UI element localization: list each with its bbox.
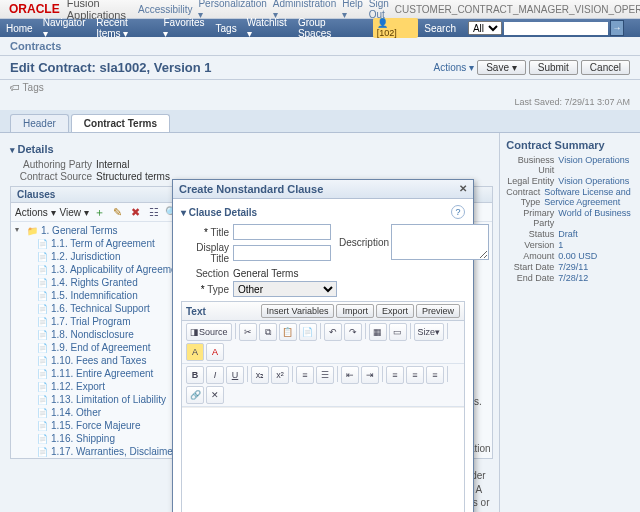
close-icon[interactable]: ✕ xyxy=(459,183,467,195)
menu-watchlist[interactable]: Watchlist ▾ xyxy=(247,17,288,39)
menu-recent[interactable]: Recent Items ▾ xyxy=(96,17,153,39)
summary-title: Contract Summary xyxy=(506,139,634,151)
editor-label: Text xyxy=(186,306,206,317)
search-go-button[interactable]: → xyxy=(610,20,624,36)
display-title-input[interactable] xyxy=(233,245,331,261)
search-input[interactable] xyxy=(504,22,608,35)
link-accessibility[interactable]: Accessibility xyxy=(138,4,192,15)
dialog-title: Create Nonstandard Clause xyxy=(179,183,323,195)
superscript-icon[interactable]: x² xyxy=(271,366,289,384)
save-button[interactable]: Save ▾ xyxy=(477,60,526,75)
bgcolor-icon[interactable]: A xyxy=(186,343,204,361)
indent-icon[interactable]: ⇥ xyxy=(361,366,379,384)
cancel-button[interactable]: Cancel xyxy=(581,60,630,75)
add-icon[interactable]: ＋ xyxy=(93,205,107,219)
tab-header[interactable]: Header xyxy=(10,114,69,132)
move-icon[interactable]: ☷ xyxy=(147,205,161,219)
undo-icon[interactable]: ↶ xyxy=(324,323,342,341)
copy-icon[interactable]: ⧉ xyxy=(259,323,277,341)
contract-summary: Contract Summary Business UnitVision Ope… xyxy=(499,133,640,512)
search-label: Search xyxy=(424,23,456,34)
size-menu[interactable]: Size ▾ xyxy=(414,323,445,341)
menu-bar: Home Navigator ▾ Recent Items ▾ Favorite… xyxy=(0,19,640,37)
ul-icon[interactable]: ☰ xyxy=(316,366,334,384)
paste-text-icon[interactable]: 📄 xyxy=(299,323,317,341)
import-button[interactable]: Import xyxy=(336,304,374,318)
tags-row[interactable]: 🏷 Tags xyxy=(0,80,640,97)
preview-button[interactable]: Preview xyxy=(416,304,460,318)
bold-icon[interactable]: B xyxy=(186,366,204,384)
menu-home[interactable]: Home xyxy=(6,23,33,34)
edit-icon[interactable]: ✎ xyxy=(111,205,125,219)
link-signout[interactable]: Sign Out xyxy=(369,0,389,20)
export-button[interactable]: Export xyxy=(376,304,414,318)
menu-tags[interactable]: Tags xyxy=(216,23,237,34)
breadcrumb: Contracts xyxy=(0,37,640,56)
source-icon[interactable]: ◨ Source xyxy=(186,323,232,341)
user-context: CUSTOMER_CONTRACT_MANAGER_VISION_OPERATI… xyxy=(395,4,640,15)
align-left-icon[interactable]: ≡ xyxy=(386,366,404,384)
delete-icon[interactable]: ✖ xyxy=(129,205,143,219)
menu-navigator[interactable]: Navigator ▾ xyxy=(43,17,86,39)
user-badge[interactable]: 👤 [102] xyxy=(373,18,418,38)
clause-details-heading[interactable]: Clause Details xyxy=(181,207,465,218)
tabs: Header Contract Terms xyxy=(0,110,640,133)
subscript-icon[interactable]: x₂ xyxy=(251,366,269,384)
submit-button[interactable]: Submit xyxy=(529,60,578,75)
page-title: Edit Contract: sla1002, Version 1 xyxy=(10,60,212,75)
menu-groupspaces[interactable]: Group Spaces xyxy=(298,17,353,39)
details-heading[interactable]: Details xyxy=(10,143,493,155)
actions-menu[interactable]: Actions ▾ xyxy=(434,62,475,73)
clauses-view-menu[interactable]: View ▾ xyxy=(60,207,89,218)
cut-icon[interactable]: ✂ xyxy=(239,323,257,341)
insert-variables-button[interactable]: Insert Variables xyxy=(261,304,335,318)
help-icon[interactable]: ? xyxy=(451,205,465,219)
type-select[interactable]: Other xyxy=(233,281,337,297)
redo-icon[interactable]: ↷ xyxy=(344,323,362,341)
page-header: Edit Contract: sla1002, Version 1 Action… xyxy=(0,56,640,80)
paste-icon[interactable]: 📋 xyxy=(279,323,297,341)
clauses-actions-menu[interactable]: Actions ▾ xyxy=(15,207,56,218)
unlink-icon[interactable]: ✕ xyxy=(206,386,224,404)
last-saved: Last Saved: 7/29/11 3:07 AM xyxy=(0,97,640,110)
editor-textarea[interactable] xyxy=(182,407,464,512)
title-input[interactable] xyxy=(233,224,331,240)
link-icon[interactable]: 🔗 xyxy=(186,386,204,404)
search-scope[interactable]: All xyxy=(468,21,502,35)
image-icon[interactable]: ▭ xyxy=(389,323,407,341)
menu-favorites[interactable]: Favorites ▾ xyxy=(163,17,205,39)
outdent-icon[interactable]: ⇤ xyxy=(341,366,359,384)
align-center-icon[interactable]: ≡ xyxy=(406,366,424,384)
underline-icon[interactable]: U xyxy=(226,366,244,384)
color-icon[interactable]: A xyxy=(206,343,224,361)
tab-contract-terms[interactable]: Contract Terms xyxy=(71,114,170,132)
section-value: General Terms xyxy=(233,268,298,279)
brand: ORACLE xyxy=(9,2,60,16)
description-input[interactable] xyxy=(391,224,489,260)
align-right-icon[interactable]: ≡ xyxy=(426,366,444,384)
table-icon[interactable]: ▦ xyxy=(369,323,387,341)
rich-text-editor: Text Insert Variables Import Export Prev… xyxy=(181,301,465,512)
ol-icon[interactable]: ≡ xyxy=(296,366,314,384)
create-clause-dialog: Create Nonstandard Clause✕ ? Clause Deta… xyxy=(172,179,474,512)
italic-icon[interactable]: I xyxy=(206,366,224,384)
